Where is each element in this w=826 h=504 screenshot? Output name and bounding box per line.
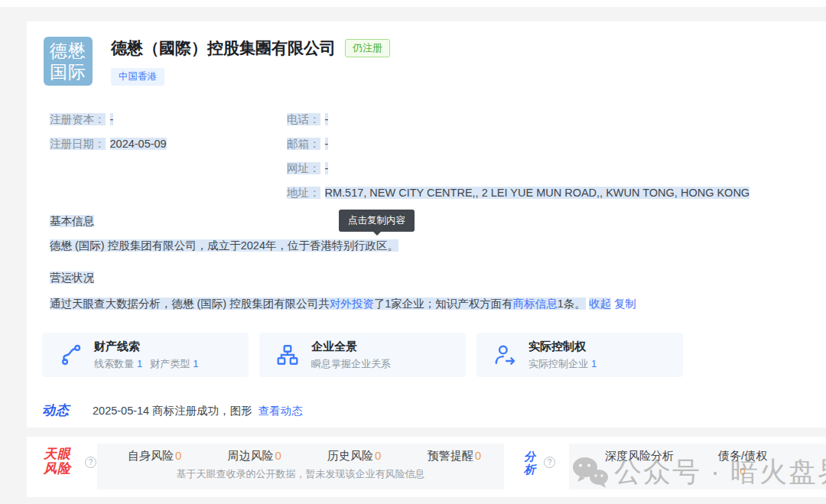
risk-item-warning[interactable]: 预警提醒0 <box>428 449 481 463</box>
operation-text-part1: 通过天眼查大数据分析，德懋 (国际) 控股集团有限公司共 <box>50 298 330 310</box>
analysis-help-icon[interactable]: ? <box>544 457 555 468</box>
card-subtitle: 实际控制企业1 <box>528 357 604 371</box>
card-subtitle: 瞬息掌握企业关系 <box>311 357 391 371</box>
risk-panel: 自身风险0 周边风险0 历史风险0 预警提醒0 基于天眼查收录的公开数据，暂未发… <box>97 444 504 489</box>
info-row-phone: 电话：- <box>287 112 750 128</box>
card-subtitle: 线索数量1财产类型1 <box>94 357 206 371</box>
risk-item-history[interactable]: 历史风险0 <box>327 449 381 463</box>
feature-cards: 财产线索 线索数量1财产类型1 企业全景 瞬息掌握企业关系 <box>42 333 694 377</box>
status-badge: 仍注册 <box>345 39 390 57</box>
collapse-link[interactable]: 收起 <box>589 298 611 310</box>
analysis-item-deep-risk[interactable]: 深度风险分析 <box>605 449 674 477</box>
analysis-logo: 分 析 <box>524 450 535 476</box>
org-chart-icon <box>276 343 299 366</box>
clue-icon <box>59 343 82 366</box>
operation-heading: 营运状况 <box>50 269 636 286</box>
info-row-website: 网址：- <box>287 161 750 177</box>
card-company-panorama[interactable]: 企业全景 瞬息掌握企业关系 <box>259 333 466 377</box>
risk-items: 自身风险0 周边风险0 历史风险0 预警提醒0 <box>97 444 504 463</box>
company-logo-line1: 德懋 <box>44 40 93 61</box>
operation-text-part2: 了1家企业；知识产权方面有 <box>374 298 513 310</box>
info-label: 注册资本： <box>50 113 106 125</box>
tianyan-risk-logo: 天眼 风险 <box>44 447 71 476</box>
card-actual-control[interactable]: 实际控制权 实际控制企业1 <box>476 333 683 377</box>
company-logo: 德懋 国际 <box>44 37 93 86</box>
card-title: 企业全景 <box>311 340 391 354</box>
operation-text: 通过天眼查大数据分析，德懋 (国际) 控股集团有限公司共对外投资了1家企业；知识… <box>50 295 636 312</box>
card-title: 财产线索 <box>94 340 206 354</box>
trademark-info-link[interactable]: 商标信息 <box>513 298 558 310</box>
info-value[interactable]: - <box>325 162 329 174</box>
news-text: 2025-05-14 商标注册成功，图形 <box>93 404 252 418</box>
info-row-registered-capital: 注册资本：- <box>50 112 167 128</box>
card-property-clues[interactable]: 财产线索 线索数量1财产类型1 <box>42 333 249 377</box>
info-row-registered-date: 注册日期：2024-05-09 <box>50 136 167 152</box>
info-column-right: 电话：- 邮箱：- 网址：- 地址：RM.517, NEW CITY CENTR… <box>287 112 750 210</box>
analysis-items: 深度风险分析 债务/债权0 竞 <box>569 444 826 477</box>
info-value[interactable]: - <box>110 113 114 125</box>
info-value[interactable]: - <box>325 113 329 125</box>
company-profile-card: 德懋 国际 德懋（國際）控股集團有限公司 仍注册 中国香港 注册资本：- 注册日… <box>27 21 826 428</box>
company-logo-line2: 国际 <box>44 61 93 83</box>
copy-link[interactable]: 复制 <box>614 298 636 310</box>
risk-item-surrounding[interactable]: 周边风险0 <box>228 449 281 463</box>
outbound-investment-link[interactable]: 对外投资 <box>330 298 374 310</box>
news-row: 动态 2025-05-14 商标注册成功，图形 查看动态 <box>42 402 303 419</box>
risk-note: 基于天眼查收录的公开数据，暂未发现该企业有风险信息 <box>97 467 504 481</box>
view-news-link[interactable]: 查看动态 <box>259 404 303 418</box>
info-label: 电话： <box>287 113 320 125</box>
title-row: 德懋（國際）控股集團有限公司 仍注册 <box>111 37 390 59</box>
info-column-left: 注册资本：- 注册日期：2024-05-09 <box>50 112 167 161</box>
analysis-item-debt[interactable]: 债务/债权0 <box>718 449 767 477</box>
basic-info-text[interactable]: 德懋 (国际) 控股集团有限公司，成立于2024年，位于香港特别行政区。 <box>50 237 636 254</box>
company-name: 德懋（國際）控股集團有限公司 <box>111 37 336 59</box>
info-label: 地址： <box>287 187 320 199</box>
info-row-address: 地址：RM.517, NEW CITY CENTRE,, 2 LEI YUE M… <box>287 185 750 201</box>
operation-text-part3: 1条。 <box>558 298 586 310</box>
actual-control-icon <box>493 343 516 366</box>
info-value[interactable]: - <box>325 138 329 150</box>
info-label: 邮箱： <box>287 138 320 150</box>
info-label: 网址： <box>287 162 320 174</box>
analysis-panel: 深度风险分析 债务/债权0 竞 <box>569 444 826 489</box>
risk-analysis-bar: 天眼 风险 ? 自身风险0 周边风险0 历史风险0 预警提醒0 基于天眼查收录的… <box>27 437 826 497</box>
info-row-email: 邮箱：- <box>287 136 750 152</box>
info-label: 注册日期： <box>50 138 106 150</box>
risk-help-icon[interactable]: ? <box>85 457 96 468</box>
info-value[interactable]: RM.517, NEW CITY CENTRE,, 2 LEI YUE MUN … <box>325 187 750 199</box>
region-tag: 中国香港 <box>111 68 164 86</box>
news-logo: 动态 <box>42 402 70 419</box>
top-strip <box>0 0 826 7</box>
info-value[interactable]: 2024-05-09 <box>110 138 167 150</box>
card-title: 实际控制权 <box>528 340 604 354</box>
risk-item-self[interactable]: 自身风险0 <box>128 449 181 463</box>
copy-tooltip: 点击复制内容 <box>339 210 415 232</box>
